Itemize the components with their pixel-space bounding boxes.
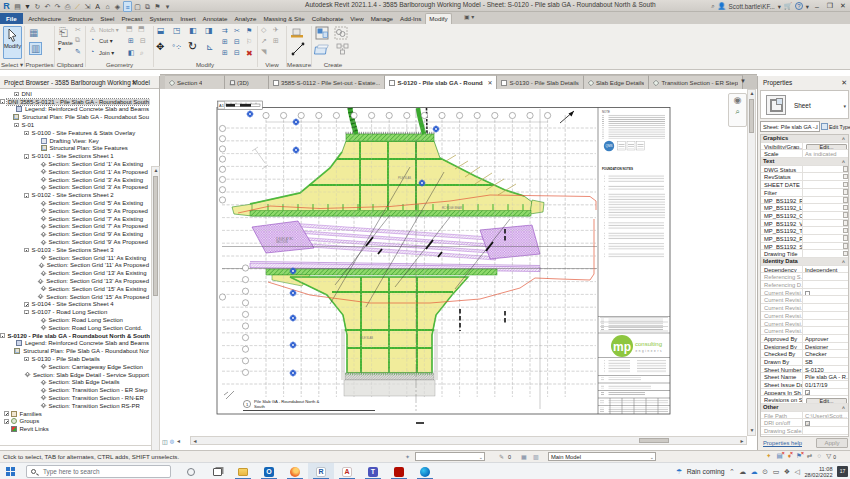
ribbon-tab[interactable]: Analyze bbox=[231, 14, 260, 24]
property-row[interactable]: Drawn By SB bbox=[761, 358, 848, 366]
ribbon-tab[interactable]: Annotate bbox=[199, 14, 231, 24]
tree-item-label[interactable]: S-0103 - Site Sections Sheet 3 bbox=[31, 247, 115, 253]
property-value[interactable] bbox=[803, 173, 843, 180]
property-group-label[interactable]: Text bbox=[763, 158, 775, 164]
property-value[interactable] bbox=[803, 166, 843, 173]
tree-item[interactable]: Section: Slab Edge Details bbox=[0, 378, 150, 386]
type-search-combo[interactable]: Sheet: Pile slab GA - I⌄ bbox=[760, 121, 820, 132]
tree-item-label[interactable]: S-0101 - Site Sections Sheet 1 bbox=[31, 153, 115, 159]
press-drag-icon[interactable]: ○ bbox=[817, 452, 821, 460]
close-button[interactable]: ✕ bbox=[838, 2, 848, 10]
coping-icon[interactable]: ⬒ bbox=[126, 25, 133, 33]
undo-icon[interactable]: ↶ bbox=[43, 1, 52, 12]
project-browser-close-icon[interactable]: ✕ bbox=[131, 79, 137, 87]
property-value[interactable] bbox=[803, 212, 843, 219]
property-row[interactable]: DWG Status bbox=[761, 166, 848, 174]
tree-item-label[interactable]: Legend: Reinforced Concrete Slab and Bea… bbox=[24, 106, 150, 112]
cut-geometry-icon[interactable]: ◔ bbox=[90, 36, 94, 43]
properties-palette-icon[interactable]: ▥ bbox=[29, 42, 42, 55]
section-icon[interactable]: ◈ bbox=[113, 1, 122, 12]
tree-item[interactable]: DNI 3585-S-0121 - Pile Slab GA - Roundab… bbox=[0, 98, 150, 106]
checkbox[interactable] bbox=[805, 390, 810, 395]
tree-item-label[interactable]: Section: Road Long Section bbox=[48, 317, 124, 323]
property-row[interactable]: Current Revisi... bbox=[761, 289, 848, 297]
tree-expander-icon[interactable] bbox=[24, 131, 29, 136]
teams[interactable]: T bbox=[360, 463, 386, 479]
property-value[interactable]: Designer bbox=[803, 343, 848, 350]
taskbar-search-input[interactable]: Type here to search bbox=[26, 465, 171, 478]
scale-icon[interactable]: ⊟ bbox=[234, 38, 240, 46]
tree-item-label[interactable]: Section: Section Grid '1' As Proposed bbox=[48, 169, 149, 175]
dropbox-icon[interactable]: ❖ bbox=[784, 468, 790, 476]
edit-button[interactable]: Edit... bbox=[806, 398, 847, 403]
move-icon[interactable]: ✥ bbox=[156, 41, 164, 52]
property-row[interactable]: Drawing Scale... bbox=[761, 427, 848, 435]
tree-item[interactable]: S-01 bbox=[0, 121, 150, 129]
tree-item-label[interactable]: Section: Section Grid '5' As Proposed bbox=[48, 208, 149, 214]
panel-label-view[interactable]: View bbox=[258, 61, 286, 68]
tree-expander-icon[interactable] bbox=[0, 99, 5, 104]
tree-item-label[interactable]: Section: Section Grid '13' As Existing bbox=[48, 270, 148, 276]
tree-item[interactable]: Section: Transition Section RS-PR bbox=[0, 402, 150, 410]
property-row[interactable]: MP_BS1192_L... bbox=[761, 204, 848, 212]
tree-item-label[interactable]: Section: Road Long Section Contd. bbox=[48, 325, 144, 331]
tree-item-label[interactable]: Structural Plan: Pile Slab GA - Roundabo… bbox=[22, 348, 150, 354]
tree-expander-icon[interactable] bbox=[24, 302, 29, 307]
view-tab[interactable]: S-0120 - Pile slab GA - Roundab... ✕ bbox=[385, 75, 497, 89]
close-hidden-windows-icon[interactable]: ▢ bbox=[133, 1, 142, 12]
thin-lines-icon[interactable]: ≡ bbox=[123, 1, 132, 12]
tray-app-icon[interactable]: ⊙ bbox=[762, 468, 768, 476]
property-value[interactable] bbox=[803, 273, 848, 280]
property-group-label[interactable]: Identity Data bbox=[763, 258, 798, 264]
ribbon-tab[interactable]: Steel bbox=[97, 14, 118, 24]
tree-item[interactable]: Section: Carriageway Edge Section bbox=[0, 363, 150, 371]
weather-text[interactable]: Rain coming bbox=[687, 468, 725, 475]
property-value[interactable]: Pile slab GA - R... bbox=[803, 373, 848, 380]
align-multi-icon[interactable]: ⊞ bbox=[222, 49, 228, 57]
view-tab[interactable]: (3D) bbox=[225, 75, 269, 89]
notification-center-icon[interactable]: 17 bbox=[837, 466, 848, 477]
property-value[interactable]: Edit... bbox=[803, 396, 848, 403]
type-selector[interactable]: Sheet ▾ bbox=[760, 90, 849, 119]
property-value[interactable] bbox=[803, 320, 848, 327]
tree-item[interactable]: S-0101 - Site Sections Sheet 1 bbox=[0, 152, 150, 160]
tree-item[interactable]: Section: Section Grid '3' As Existing bbox=[0, 176, 150, 184]
tree-expander-icon[interactable] bbox=[4, 419, 9, 424]
outlook[interactable]: O bbox=[256, 463, 282, 479]
property-value[interactable] bbox=[803, 250, 843, 257]
edit-button[interactable]: Edit... bbox=[806, 144, 847, 149]
firefox[interactable] bbox=[282, 463, 308, 479]
tree-item[interactable]: Section: Section Grid '7' As Proposed bbox=[0, 223, 150, 231]
minimize-button[interactable]: – bbox=[812, 3, 822, 10]
tree-item-label[interactable]: Section: Section Grid '3' As Proposed bbox=[48, 184, 149, 190]
property-row[interactable]: DRI on/off bbox=[761, 419, 848, 427]
cut-profile-icon[interactable]: ⬒ bbox=[138, 25, 145, 33]
sync-icon[interactable]: ↻ bbox=[33, 1, 42, 12]
help-icon[interactable]: ? bbox=[795, 2, 803, 10]
tree-item-label[interactable]: Section: Carriageway Edge Section bbox=[48, 364, 144, 370]
cloud-sync-icon[interactable]: ☁ bbox=[739, 468, 746, 476]
property-row[interactable]: Current Revisi... bbox=[761, 296, 848, 304]
tree-item-label[interactable]: Section: Section Grid '15' As Existing bbox=[48, 286, 148, 292]
property-row[interactable]: MP_BS1192_T... bbox=[761, 227, 848, 235]
tree-item[interactable]: Section: Section Grid '7' As Existing bbox=[0, 215, 150, 223]
tree-item[interactable]: Groups bbox=[0, 417, 150, 425]
property-row[interactable]: RevStatus bbox=[761, 173, 848, 181]
tree-item[interactable]: Section: Section Grid '15' As Existing bbox=[0, 285, 150, 293]
aligned-dimension-icon[interactable]: ⇲ bbox=[83, 1, 92, 12]
view-tab[interactable]: S-0130 - Pile Slab Details bbox=[497, 75, 583, 89]
exclude-options-icon[interactable]: ▦ bbox=[521, 453, 527, 460]
tree-item[interactable]: Section: Section Grid '9' As Existing bbox=[0, 230, 150, 238]
properties-title[interactable]: Properties bbox=[758, 76, 850, 89]
property-row[interactable]: Dependency Independent bbox=[761, 266, 848, 274]
hidden-icons-chevron[interactable]: ⌃ bbox=[729, 468, 735, 476]
tree-item-label[interactable]: Families bbox=[19, 411, 43, 417]
property-value[interactable] bbox=[803, 327, 848, 334]
tree-item[interactable]: Section: Section Grid '11' As Existing bbox=[0, 254, 150, 262]
property-row[interactable]: Current Revisi... bbox=[761, 304, 848, 312]
tree-expander-icon[interactable] bbox=[4, 411, 9, 416]
property-value[interactable]: Approver bbox=[803, 335, 848, 342]
panel-label-select[interactable]: Select ▾ bbox=[0, 61, 24, 68]
cut-label[interactable]: Cut ▾ bbox=[99, 38, 113, 44]
modify-tool-button[interactable]: Modify bbox=[3, 26, 22, 59]
